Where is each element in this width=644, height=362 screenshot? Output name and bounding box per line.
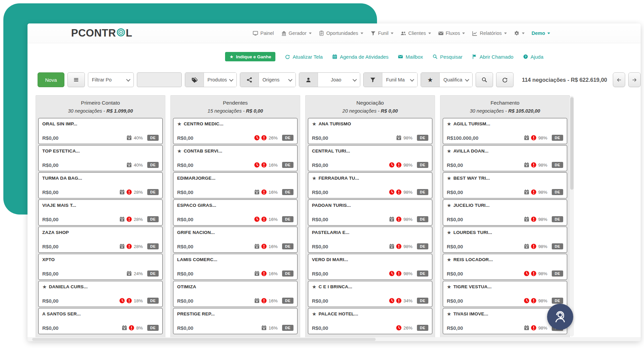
search-button[interactable] [476,72,493,87]
kanban-board: Primeiro Contato30 negociações - R$ 1.09… [36,95,641,339]
quicklink-label: Mailbox [406,54,423,60]
quicklink-ajuda[interactable]: ?Ajuda [523,54,543,60]
column-title: Negociação [308,100,433,106]
calendar-overdue-icon [126,135,132,141]
search-icon [432,54,438,59]
refer-button-indique-e-ganhe[interactable]: ★Indique e Ganhe [225,52,275,61]
quicklink-pesquisar[interactable]: Pesquisar [432,54,463,60]
envelope-icon [438,31,444,36]
deal-card[interactable]: ★LOURDES TURI...R$0,0098%DE [443,227,567,253]
help-icon: ? [523,54,528,59]
origins-filter-group: Origens [240,72,296,87]
deal-card[interactable]: EDIMARJORGE...R$0,0016%DE [173,172,298,198]
deal-card[interactable]: ★AVILLA DOAN...R$0,0098%DE [443,145,567,171]
deal-badge: DE [147,189,159,195]
support-fab-button[interactable] [547,304,573,330]
deal-card[interactable]: GRIFE NACION...R$0,0016%DE [173,227,298,253]
quicklink-atualizar-tela[interactable]: Atualizar Tela [285,54,323,60]
envelope-icon [398,54,403,59]
nav-item-clientes[interactable]: Clientes [400,31,431,36]
deal-badge: DE [552,270,563,277]
deal-card[interactable]: XPTOR$0,0024%DE [38,254,163,280]
nav-item-funil[interactable]: Funil [370,31,393,36]
calendar-overdue-icon [126,162,132,168]
logo-text-pre: PCONTR [71,27,116,39]
nav-item-painel[interactable]: Painel [253,31,274,36]
deal-card[interactable]: OTIMIZAR$0,0016%DE [173,281,298,307]
menu-button[interactable] [67,72,85,87]
filter-by-select[interactable]: Filtrar Po [88,72,134,87]
exclamation-alert-icon [396,243,402,249]
quicklink-label: Agenda de Atividades [340,54,388,60]
deal-card[interactable]: CENTRAL TURI...R$0,0098%DE [308,145,432,171]
deal-card[interactable]: A SANTOS SER...R$0,008%DE [38,308,163,334]
deal-card[interactable]: PRESTIGE REP...R$0,0016%DE [173,308,298,334]
nav-item-oportunidades[interactable]: Oportunidades [319,31,363,36]
exclamation-alert-icon [261,243,267,249]
deal-title: TIVASI IMOVE... [453,311,488,316]
deal-card[interactable]: ★CONTAB SERVI...R$0,0016%DE [173,145,298,171]
deal-card[interactable]: ★PALACE HOTEL...R$0,0026%DE [308,308,432,334]
deal-card[interactable]: LAMIS COMERC...R$0,0016%DE [173,254,298,280]
nav-item-relatorios[interactable]: Relatórios [472,31,506,36]
clock-alert-icon [254,216,260,222]
kanban-column-primeiro-contato: Primeiro Contato30 negociações - R$ 1.09… [36,95,165,339]
flag-icon [472,54,477,59]
star-icon: ★ [447,148,451,154]
quicklink-mailbox[interactable]: Mailbox [398,54,423,60]
clock-alert-icon [254,162,260,168]
exclamation-alert-icon [396,216,402,222]
quicklink-abrir-chamado[interactable]: Abrir Chamado [472,54,514,60]
prev-page-button[interactable] [613,72,625,87]
nav-item-gerador[interactable]: Gerador [281,31,312,36]
deal-card[interactable]: ★DANIELA CURS...R$0,0018%DE [38,281,163,307]
qualification-select[interactable]: Qualifica [440,73,472,87]
deal-card[interactable]: ORAL SIN IMP...R$0,0040%DE [38,118,163,144]
new-deal-button[interactable]: Nova [38,72,64,87]
deal-value: R$0,00 [447,189,463,195]
deal-value: R$0,00 [177,217,193,222]
refresh-button[interactable] [496,72,514,87]
deal-card[interactable]: TOP ESTETICA...R$0,0040%DE [38,145,163,171]
scrollbar-thumb[interactable] [570,97,574,190]
deal-card[interactable]: VERO DI MARI...R$0,0098%DE [308,254,432,280]
caret-down-icon [547,33,550,34]
user-select[interactable]: Joao [318,73,360,87]
deal-title: GRIFE NACION... [177,230,215,235]
deal-card[interactable]: ZAZA SHOPR$0,0028%DE [38,227,163,253]
quicklink-agenda-de-atividades[interactable]: Agenda de Atividades [332,54,388,60]
deal-card[interactable]: PADOAN TURIS...R$0,0098%DE [308,199,432,226]
pcontrol-logo[interactable]: PCONTRL [71,27,132,40]
deal-title: ESPACO GIRAS... [177,203,216,208]
deal-probability: 40% [134,135,143,140]
board-horizontal-scrollbar[interactable] [28,337,641,341]
funnel-select[interactable]: Funil Ma [382,73,417,87]
chevron-down-icon [410,77,414,81]
next-page-button[interactable] [628,72,641,87]
origins-select[interactable]: Origens [259,73,296,87]
deal-card[interactable]: ★TIGRE VESTUA...R$0,0098%DE [443,281,567,307]
deal-card[interactable]: ★REIS LOCADOR...R$0,0098%DE [443,254,567,280]
deal-card[interactable]: ★BEST WAY TRI...R$0,0098%DE [443,172,567,198]
nav-item-fluxos[interactable]: Fluxos [438,31,465,36]
deal-title: EDIMARJORGE... [177,176,216,181]
board-vertical-scrollbar[interactable] [570,96,574,337]
deal-card[interactable]: ★ANA TURISMOR$0,0098%DE [308,118,432,144]
nav-item-gear[interactable] [514,31,525,36]
deal-card[interactable]: ESPACO GIRAS...R$0,0016%DE [173,199,298,226]
scrollbar-thumb[interactable] [32,338,376,341]
deal-card[interactable]: PASTELARIA E...R$0,0098%DE [308,227,432,253]
exclamation-alert-icon [261,189,267,195]
deal-card[interactable]: ★FERRADURA TU...R$0,0098%DE [308,172,432,198]
deal-card[interactable]: VIAJE MAIS T...R$0,0028%DE [38,199,163,226]
products-select[interactable]: Produtos [204,73,236,87]
nav-item-demo[interactable]: Demo [532,31,550,36]
filter-search-input[interactable] [137,72,182,87]
users-icon [400,31,406,36]
deal-card[interactable]: ★AGILL TURISM...R$100.000,0098%DE [443,118,567,144]
deal-card[interactable]: ★C E I BRINCA...R$0,0034%DE [308,281,432,307]
share-icon [240,73,259,87]
deal-card[interactable]: TURMA DA BAG...R$0,0028%DE [38,172,163,198]
deal-card[interactable]: ★CENTRO MEDIC...R$0,0026%DE [173,118,298,144]
deal-card[interactable]: ★JUCELIO TURI...R$0,0098%DE [443,199,567,226]
